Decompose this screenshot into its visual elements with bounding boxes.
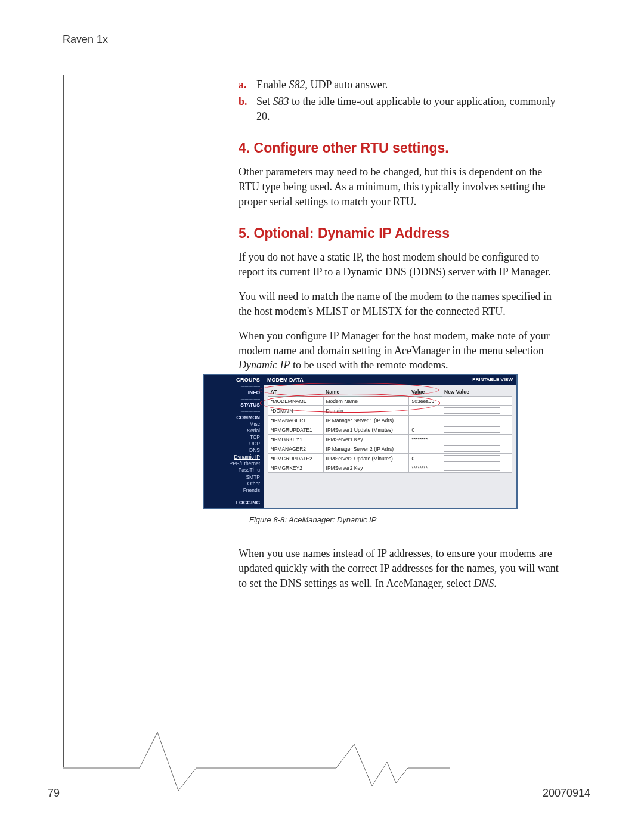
cell-value bbox=[409, 444, 442, 454]
sidebar-item[interactable]: Misc bbox=[206, 421, 260, 428]
emph: S82 bbox=[289, 79, 305, 91]
cell-name: IPMServer2 Key bbox=[323, 463, 409, 473]
newvalue-input[interactable] bbox=[444, 465, 500, 471]
cell-value: ******** bbox=[409, 463, 442, 473]
col-value: Value bbox=[409, 388, 442, 397]
sidebar-item[interactable]: PassThru bbox=[206, 467, 260, 473]
cell-at: *IPMGRUPDATE1 bbox=[268, 425, 324, 435]
cell-value: 0 bbox=[409, 454, 442, 463]
cell-newvalue bbox=[442, 425, 512, 435]
cell-name: IP Manager Server 1 (IP Adrs) bbox=[323, 416, 409, 425]
text: to be used with the remote modems. bbox=[290, 359, 448, 371]
cell-newvalue bbox=[442, 435, 512, 444]
sidebar-item[interactable]: SMTP bbox=[206, 474, 260, 481]
acemanager-sidebar: GROUPS --------------- INFO-------------… bbox=[204, 375, 264, 508]
newvalue-input[interactable] bbox=[444, 398, 500, 404]
newvalue-input[interactable] bbox=[444, 426, 500, 433]
acemanager-table: AT Name Value New Value *MODEMNAMEModem … bbox=[264, 385, 516, 476]
sidebar-item[interactable]: UDP bbox=[206, 441, 260, 447]
cell-name: Domain bbox=[323, 406, 409, 416]
section-5-p3: When you configure IP Manager for the ho… bbox=[239, 329, 564, 373]
settings-table: AT Name Value New Value *MODEMNAMEModem … bbox=[268, 388, 512, 473]
text: When you configure IP Manager for the ho… bbox=[239, 330, 550, 357]
cell-at: *IPMGRKEY1 bbox=[268, 435, 324, 444]
list-item-a: a. Enable S82, UDP auto answer. bbox=[239, 78, 564, 92]
cell-newvalue bbox=[442, 406, 512, 416]
main-header: MODEM DATA bbox=[267, 377, 304, 383]
acemanager-window: GROUPS --------------- INFO-------------… bbox=[203, 374, 518, 509]
cell-newvalue bbox=[442, 463, 512, 473]
acemanager-titlebar: MODEM DATA PRINTABLE VIEW bbox=[264, 375, 516, 385]
sidebar-item[interactable]: TCP bbox=[206, 434, 260, 441]
sidebar-item[interactable]: DNS bbox=[206, 447, 260, 454]
cell-value: 0 bbox=[409, 425, 442, 435]
text: When you use names instead of IP address… bbox=[239, 547, 559, 589]
sidebar-item[interactable]: COMMON bbox=[206, 414, 260, 421]
text: , UDP auto answer. bbox=[305, 79, 388, 91]
emph: S83 bbox=[273, 95, 289, 107]
newvalue-input[interactable] bbox=[444, 455, 500, 462]
cell-value bbox=[409, 416, 442, 425]
list-marker-a: a. bbox=[239, 78, 247, 92]
sidebar-item[interactable]: STATUS bbox=[206, 402, 260, 408]
col-at: AT bbox=[268, 388, 324, 397]
newvalue-input[interactable] bbox=[444, 445, 500, 452]
sidebar-item[interactable]: INFO bbox=[206, 389, 260, 396]
table-row: *MODEMNAMEModem Name503eea33 bbox=[268, 397, 512, 406]
doc-header: Raven 1x bbox=[63, 33, 108, 46]
table-row: *IPMANAGER2IP Manager Server 2 (IP Adrs) bbox=[268, 444, 512, 454]
emph: DNS bbox=[473, 577, 494, 589]
section-5-p2: You will need to match the name of the m… bbox=[239, 289, 564, 319]
cell-at: *IPMGRUPDATE2 bbox=[268, 454, 324, 463]
col-newvalue: New Value bbox=[442, 388, 512, 397]
newvalue-input[interactable] bbox=[444, 417, 500, 423]
cell-newvalue bbox=[442, 416, 512, 425]
col-name: Name bbox=[323, 388, 409, 397]
sidebar-header: GROUPS bbox=[206, 377, 260, 383]
cell-newvalue bbox=[442, 444, 512, 454]
body-content: a. Enable S82, UDP auto answer. b. Set S… bbox=[239, 78, 564, 382]
page: Raven 1x a. Enable S82, UDP auto answer.… bbox=[0, 0, 644, 833]
cell-at: *IPMGRKEY2 bbox=[268, 463, 324, 473]
cell-name: IPMServer1 Key bbox=[323, 435, 409, 444]
list-marker-b: b. bbox=[239, 94, 247, 109]
divider: --------------- bbox=[206, 409, 260, 414]
margin-rule bbox=[63, 75, 64, 767]
para-after-fig: When you use names instead of IP address… bbox=[239, 546, 564, 590]
cell-at: *IPMANAGER1 bbox=[268, 416, 324, 425]
table-row: *IPMGRUPDATE2IPMServer2 Update (Minutes)… bbox=[268, 454, 512, 463]
divider: --------------- bbox=[206, 384, 260, 389]
sidebar-item[interactable]: LOGGING bbox=[206, 500, 260, 506]
cell-at: *DOMAIN bbox=[268, 406, 324, 416]
sidebar-item[interactable]: Dynamic IP bbox=[206, 454, 260, 460]
section-5-p1: If you do not have a static IP, the host… bbox=[239, 250, 564, 280]
cell-value bbox=[409, 406, 442, 416]
table-row: *IPMANAGER1IP Manager Server 1 (IP Adrs) bbox=[268, 416, 512, 425]
acemanager-main: MODEM DATA PRINTABLE VIEW AT Name Value … bbox=[264, 375, 516, 508]
cell-value: 503eea33 bbox=[409, 397, 442, 406]
figure-caption: Figure 8-8: AceManager: Dynamic IP bbox=[249, 515, 572, 524]
section-4-heading: 4. Configure other RTU settings. bbox=[239, 140, 564, 156]
newvalue-input[interactable] bbox=[444, 436, 500, 442]
page-number: 79 bbox=[48, 787, 60, 800]
table-row: *IPMGRUPDATE1IPMServer1 Update (Minutes)… bbox=[268, 425, 512, 435]
cell-name: Modem Name bbox=[323, 397, 409, 406]
cell-name: IPMServer2 Update (Minutes) bbox=[323, 454, 409, 463]
printable-view-link[interactable]: PRINTABLE VIEW bbox=[472, 377, 513, 383]
cell-name: IPMServer1 Update (Minutes) bbox=[323, 425, 409, 435]
divider: --------------- bbox=[206, 397, 260, 401]
footer-waveform-decoration bbox=[62, 726, 599, 792]
figure-8-8: GROUPS --------------- INFO-------------… bbox=[203, 374, 572, 524]
text: to the idle time-out applicable to your … bbox=[256, 95, 555, 122]
sidebar-item[interactable]: Friends bbox=[206, 487, 260, 494]
list-item-b: b. Set S83 to the idle time-out applicab… bbox=[239, 94, 564, 123]
text: . bbox=[494, 577, 497, 589]
newvalue-input[interactable] bbox=[444, 407, 500, 414]
sidebar-item[interactable]: Other bbox=[206, 481, 260, 487]
table-row: *IPMGRKEY2IPMServer2 Key******** bbox=[268, 463, 512, 473]
cell-name: IP Manager Server 2 (IP Adrs) bbox=[323, 444, 409, 454]
text: Enable bbox=[256, 79, 289, 91]
sidebar-item[interactable]: Serial bbox=[206, 428, 260, 434]
sidebar-item[interactable]: PPP/Ethernet bbox=[206, 460, 260, 467]
text: Set bbox=[256, 95, 273, 107]
